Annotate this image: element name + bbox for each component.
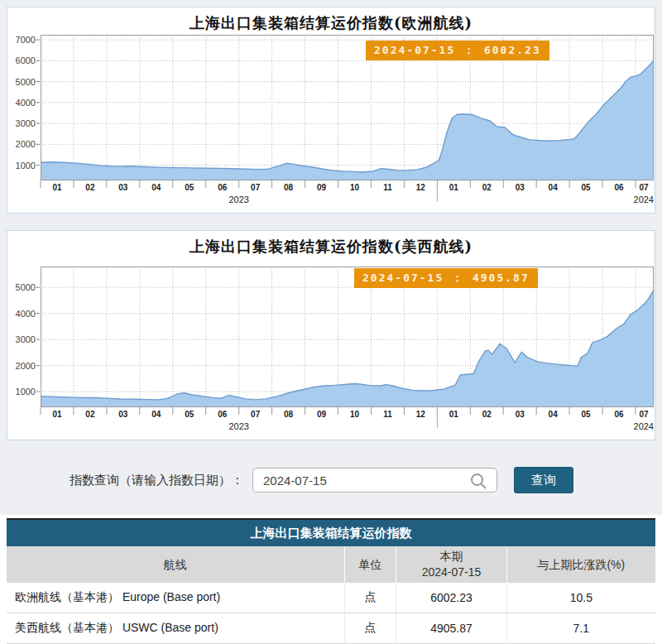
x-axis-month-label: 06 (218, 183, 227, 192)
x-axis-month-label: 03 (516, 410, 525, 419)
europe-x-axis: 01020304050607080910111201020304050607 (41, 183, 654, 195)
uswc-chart-title: 上海出口集装箱结算运价指数(美西航线) (7, 237, 655, 257)
uswc-chart-tooltip: 2024-07-15 ： 4905.87 (354, 268, 538, 288)
europe-area-chart (34, 35, 660, 202)
x-axis-month-label: 12 (416, 410, 425, 419)
y-axis-tick-label: 2000 (7, 139, 36, 149)
uswc-x-axis-years: 20232024 (41, 421, 654, 433)
x-axis-month-label: 06 (614, 410, 623, 419)
y-axis-tick-label: 3000 (7, 334, 36, 344)
x-axis-month-label: 05 (185, 410, 194, 419)
x-axis-month-label: 08 (284, 183, 293, 192)
x-axis-month-label: 04 (549, 410, 558, 419)
x-axis-month-label: 12 (416, 183, 425, 192)
y-axis-tick-label: 5000 (7, 77, 36, 87)
search-icon[interactable] (469, 472, 487, 490)
x-axis-month-label: 05 (582, 183, 591, 192)
x-axis-month-label: 06 (614, 183, 623, 192)
europe-chart-title: 上海出口集装箱结算运价指数(欧洲航线) (7, 13, 655, 33)
x-axis-month-label: 03 (118, 183, 127, 192)
header-period-line2: 2024-07-15 (422, 565, 482, 580)
x-axis-month-label: 05 (185, 183, 194, 192)
x-axis-month-label: 01 (449, 183, 458, 192)
query-button[interactable]: 查询 (514, 467, 573, 493)
x-axis-month-label: 01 (449, 410, 458, 419)
x-axis-month-label: 10 (350, 410, 359, 419)
index-query-label: 指数查询（请输入指数日期）： (0, 473, 243, 488)
uswc-area-chart (34, 267, 660, 429)
x-axis-month-label: 08 (284, 410, 293, 419)
x-axis-month-label: 02 (482, 410, 492, 419)
x-axis-month-label: 01 (52, 410, 61, 419)
x-axis-month-label: 06 (218, 410, 227, 419)
table-caption: 上海出口集装箱结算运价指数 (7, 520, 655, 546)
header-period: 本期 2024-07-15 (396, 546, 506, 583)
y-axis-tick-label: 5000 (7, 282, 36, 292)
row-route: 美西航线（基本港） USWC (Base port) (7, 613, 344, 643)
x-axis-year-label: 2024 (634, 195, 654, 204)
x-axis-month-label: 02 (85, 183, 94, 192)
y-axis-tick-label: 1000 (7, 161, 36, 171)
x-axis-month-label: 07 (639, 410, 648, 419)
index-date-input[interactable] (252, 468, 497, 493)
y-axis-tick-label: 6000 (7, 55, 36, 65)
europe-x-axis-years: 20232024 (41, 195, 654, 206)
x-axis-month-label: 04 (151, 183, 161, 192)
x-axis-month-label: 07 (639, 183, 648, 192)
x-axis-month-label: 11 (383, 410, 392, 419)
x-axis-month-label: 10 (350, 183, 359, 192)
row-unit: 点 (344, 583, 396, 613)
row-change: 10.5 (506, 583, 655, 613)
row-change: 7.1 (506, 613, 655, 643)
x-axis-year-label: 2023 (228, 421, 248, 431)
x-axis-month-label: 02 (85, 410, 94, 419)
index-table: 上海出口集装箱结算运价指数 航线 单位 本期 2024-07-15 与上期比涨跌… (7, 518, 655, 644)
x-axis-month-label: 01 (52, 183, 61, 192)
x-axis-month-label: 09 (317, 410, 326, 419)
header-period-line1: 本期 (440, 549, 463, 565)
table-row: 欧洲航线（基本港） Europe (Base port) 点 6002.23 1… (7, 583, 655, 613)
header-route: 航线 (7, 546, 344, 583)
row-unit: 点 (344, 613, 396, 643)
x-axis-month-label: 04 (549, 183, 558, 192)
header-change: 与上期比涨跌(%) (506, 546, 655, 583)
x-axis-month-label: 03 (516, 183, 525, 192)
table-row: 美西航线（基本港） USWC (Base port) 点 4905.87 7.1 (7, 613, 655, 644)
y-axis-tick-label: 2000 (7, 361, 36, 371)
x-axis-month-label: 11 (383, 183, 392, 192)
row-value: 4905.87 (396, 613, 506, 643)
y-axis-tick-label: 4000 (7, 98, 36, 108)
y-axis-tick-label: 4000 (7, 309, 36, 319)
uswc-x-axis: 01020304050607080910111201020304050607 (41, 410, 654, 421)
table-header-row: 航线 单位 本期 2024-07-15 与上期比涨跌(%) (7, 546, 655, 583)
x-axis-month-label: 04 (151, 410, 161, 419)
x-axis-month-label: 09 (317, 183, 326, 192)
index-table-section: 上海出口集装箱结算运价指数 航线 单位 本期 2024-07-15 与上期比涨跌… (0, 515, 662, 644)
x-axis-year-label: 2023 (228, 195, 248, 204)
y-axis-tick-label: 3000 (7, 118, 36, 128)
europe-chart-panel: 上海出口集装箱结算运价指数(欧洲航线) 70006000500040003000… (7, 7, 655, 214)
x-axis-month-label: 03 (118, 410, 127, 419)
row-route: 欧洲航线（基本港） Europe (Base port) (7, 583, 344, 613)
x-axis-month-label: 07 (251, 410, 260, 419)
x-axis-month-label: 05 (582, 410, 591, 419)
x-axis-year-label: 2024 (634, 421, 654, 431)
uswc-chart-panel: 上海出口集装箱结算运价指数(美西航线) 50004000300020001000… (7, 230, 655, 440)
row-value: 6002.23 (396, 583, 506, 613)
x-axis-month-label: 02 (482, 183, 492, 192)
y-axis-tick-label: 1000 (7, 387, 36, 396)
y-axis-tick-label: 7000 (7, 35, 36, 45)
x-axis-month-label: 07 (251, 183, 260, 192)
header-unit: 单位 (344, 546, 396, 583)
europe-chart-tooltip: 2024-07-15 ： 6002.23 (366, 41, 549, 60)
